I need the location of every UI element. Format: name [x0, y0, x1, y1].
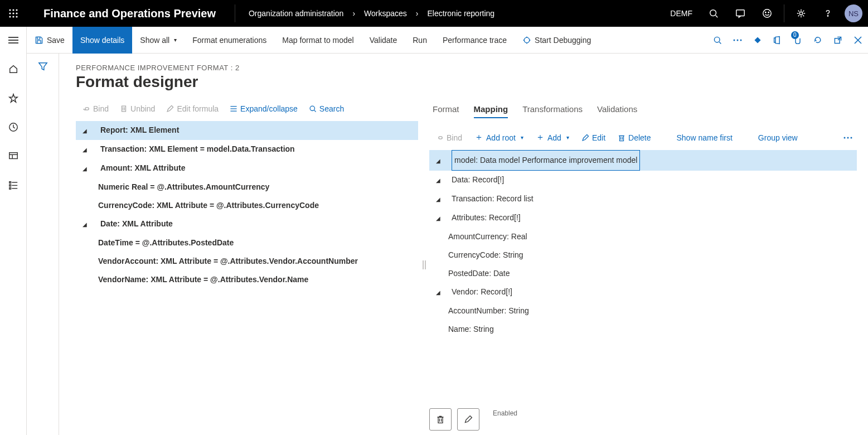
collapse-icon[interactable]: ◢ [81, 122, 88, 140]
popout-icon[interactable] [828, 27, 848, 54]
svg-rect-31 [37, 40, 41, 43]
add-root-button[interactable]: ＋Add root▾ [470, 129, 528, 146]
chevron-down-icon: ▾ [521, 134, 523, 141]
search-icon[interactable] [700, 0, 727, 27]
collapse-icon[interactable]: ◢ [81, 141, 88, 159]
tree-node[interactable]: AccountNumber: String [429, 302, 857, 320]
delete-icon-button[interactable] [429, 408, 452, 431]
bind-button[interactable]: Bind [79, 102, 112, 115]
office-icon[interactable] [768, 27, 788, 54]
collapse-icon[interactable]: ◢ [435, 152, 442, 170]
home-icon[interactable] [0, 59, 27, 79]
more-icon[interactable] [839, 134, 857, 141]
tree-node[interactable]: ◢Report: XML Element [76, 121, 418, 140]
search-button[interactable]: Search [306, 102, 347, 115]
smiley-icon[interactable] [754, 0, 780, 27]
tree-node[interactable]: ◢Amount: XML Attribute [76, 159, 418, 178]
expand-collapse-button[interactable]: Expand/collapse [226, 102, 301, 115]
svg-rect-24 [9, 182, 11, 183]
breadcrumb: Organization administration › Workspaces… [235, 9, 494, 18]
diamond-icon[interactable] [748, 27, 768, 54]
svg-point-15 [799, 12, 802, 14]
collapse-icon[interactable]: ◢ [435, 209, 442, 228]
tree-node[interactable]: ◢Data: Record[!] [429, 171, 857, 190]
hamburger-icon[interactable] [0, 30, 27, 50]
tab-transformations[interactable]: Transformations [522, 102, 583, 118]
add-button[interactable]: ＋Add▾ [531, 129, 574, 146]
tab-mapping[interactable]: Mapping [474, 102, 508, 118]
delete-button[interactable]: Delete [613, 131, 655, 144]
collapse-icon[interactable]: ◢ [435, 190, 442, 209]
tree-node[interactable]: AmountCurrency: Real [429, 228, 857, 246]
app-launcher-icon[interactable] [0, 0, 27, 27]
filter-icon[interactable] [38, 61, 48, 435]
tree-node[interactable]: ◢Attributes: Record[!] [429, 209, 857, 228]
pane-splitter[interactable] [418, 101, 429, 435]
tree-node[interactable]: ◢Transaction: XML Element = model.Data.T… [76, 140, 418, 159]
tree-node[interactable]: ◢model: Data model Performance improveme… [429, 150, 857, 171]
svg-point-14 [768, 12, 769, 12]
refresh-icon[interactable] [808, 27, 828, 54]
tree-node[interactable]: CurrencyCode: String [429, 246, 857, 264]
svg-point-53 [844, 137, 846, 138]
attachment-icon[interactable]: 0 [788, 27, 808, 54]
tree-node[interactable]: Name: String [429, 320, 857, 339]
group-view-button[interactable]: Group view [754, 131, 802, 144]
edit-icon-button[interactable] [457, 408, 479, 431]
tree-node[interactable]: Numeric Real = @.Attributes.AmountCurren… [76, 178, 418, 196]
star-icon[interactable] [0, 88, 27, 108]
tree-node[interactable]: PostedDate: Date [429, 264, 857, 283]
svg-point-6 [9, 16, 11, 17]
tree-node[interactable]: CurrencyCode: XML Attribute = @.Attribut… [76, 196, 418, 215]
modules-icon[interactable] [0, 175, 27, 195]
start-debugging-button[interactable]: Start Debugging [515, 27, 599, 54]
validate-button[interactable]: Validate [362, 27, 405, 54]
collapse-icon[interactable]: ◢ [81, 160, 88, 178]
svg-rect-26 [9, 185, 11, 186]
search-icon[interactable] [707, 27, 728, 54]
clock-icon[interactable] [0, 117, 27, 137]
run-button[interactable]: Run [405, 27, 435, 54]
close-icon[interactable] [848, 27, 868, 54]
workspace-icon[interactable] [0, 146, 27, 166]
format-enumerations-button[interactable]: Format enumerations [185, 27, 274, 54]
show-all-button[interactable]: Show all ▾ [132, 27, 185, 54]
chevron-down-icon: ▾ [566, 134, 569, 141]
avatar[interactable]: NS [845, 4, 862, 22]
collapse-icon[interactable]: ◢ [81, 215, 88, 234]
tab-format[interactable]: Format [433, 102, 459, 118]
tree-node[interactable]: ◢Date: XML Attribute [76, 215, 418, 234]
breadcrumb-item[interactable]: Electronic reporting [428, 9, 495, 18]
bind-button[interactable]: Bind [431, 131, 467, 144]
tree-node[interactable]: ◢Vendor: Record[!] [429, 283, 857, 302]
show-details-button[interactable]: Show details [72, 27, 132, 54]
svg-point-16 [827, 16, 828, 16]
save-button[interactable]: Save [27, 27, 72, 54]
chevron-right-icon: › [416, 9, 419, 18]
svg-point-7 [12, 16, 14, 17]
gear-icon[interactable] [788, 0, 814, 27]
edit-button[interactable]: Edit [577, 131, 610, 144]
help-icon[interactable] [814, 0, 841, 27]
breadcrumb-item[interactable]: Workspaces [364, 9, 407, 18]
svg-point-0 [9, 9, 11, 11]
tree-node[interactable]: DateTime = @.Attributes.PostedDate [76, 234, 418, 252]
tree-node[interactable]: ◢Transaction: Record list [429, 190, 857, 209]
map-format-button[interactable]: Map format to model [274, 27, 361, 54]
tree-node[interactable]: VendorAccount: XML Attribute = @.Attribu… [76, 252, 418, 270]
svg-rect-21 [9, 153, 17, 159]
tree-node[interactable]: VendorName: XML Attribute = @.Attributes… [76, 270, 418, 289]
collapse-icon[interactable]: ◢ [435, 171, 442, 190]
show-name-first-button[interactable]: Show name first [672, 131, 736, 144]
company-label[interactable]: DEMF [662, 9, 700, 18]
breadcrumb-item[interactable]: Organization administration [249, 9, 343, 18]
performance-trace-button[interactable]: Performance trace [435, 27, 515, 54]
tab-validations[interactable]: Validations [597, 102, 637, 118]
edit-formula-button[interactable]: Edit formula [163, 102, 222, 115]
more-icon[interactable] [728, 27, 748, 54]
chat-icon[interactable] [727, 0, 754, 27]
unbind-button[interactable]: Unbind [117, 102, 158, 115]
divider [784, 4, 784, 22]
collapse-icon[interactable]: ◢ [435, 283, 442, 302]
enabled-label: Enabled [493, 409, 517, 417]
